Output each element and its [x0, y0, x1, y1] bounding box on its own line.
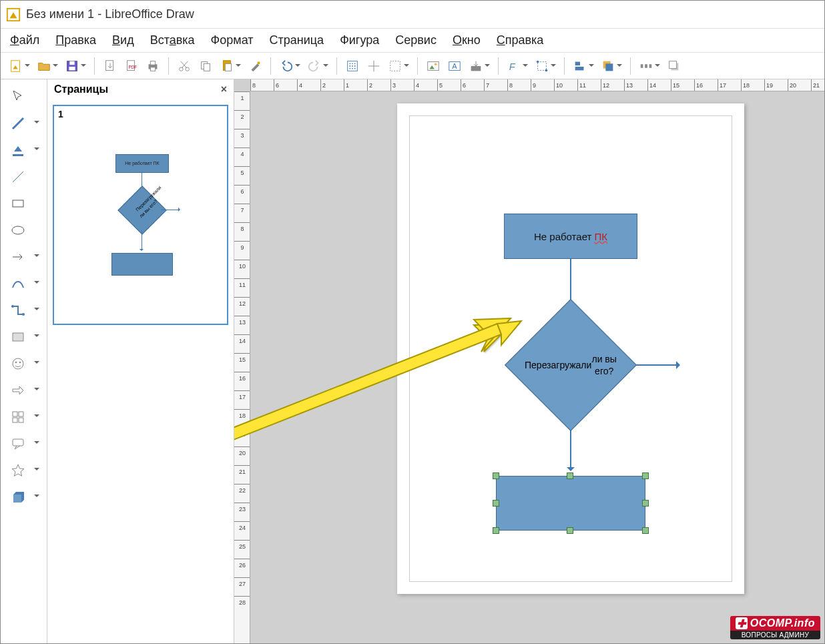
- 3d-tool[interactable]: [5, 484, 43, 511]
- svg-point-29: [354, 67, 356, 69]
- work-area: 8642123456789101112131415161718192021222…: [234, 79, 824, 643]
- menu-tools[interactable]: Сервис: [395, 33, 437, 47]
- canvas[interactable]: Не работает ПК Перезагружалили вы его?: [250, 91, 824, 643]
- select-tool[interactable]: [5, 83, 43, 110]
- svg-point-39: [545, 69, 548, 71]
- align-button[interactable]: [570, 56, 590, 76]
- insert-image-button[interactable]: [423, 56, 443, 76]
- svg-rect-54: [13, 333, 23, 341]
- svg-rect-63: [13, 495, 21, 503]
- pages-panel-close-icon[interactable]: ×: [221, 83, 227, 95]
- menu-insert[interactable]: Вставка: [150, 33, 195, 47]
- page-thumbnail-1[interactable]: 1 Не работает ПК Перезагружалили вы его?: [53, 105, 228, 325]
- snap-guides-button[interactable]: [364, 56, 384, 76]
- line-color-tool[interactable]: [5, 110, 43, 137]
- svg-point-25: [352, 65, 353, 67]
- symbol-shapes-tool[interactable]: [5, 350, 43, 377]
- svg-point-24: [349, 65, 350, 67]
- menu-edit[interactable]: Правка: [55, 33, 96, 47]
- save-button[interactable]: [62, 56, 82, 76]
- svg-point-21: [349, 63, 350, 64]
- app-icon: [6, 7, 21, 22]
- svg-point-27: [349, 67, 350, 69]
- menu-help[interactable]: Справка: [497, 33, 544, 47]
- svg-rect-5: [69, 61, 74, 65]
- arrange-button[interactable]: [598, 56, 618, 76]
- distribute-button[interactable]: [636, 56, 656, 76]
- flowchart-decision-text: Перезагружалили вы его?: [525, 319, 617, 411]
- line-tool[interactable]: [5, 164, 43, 190]
- basic-shapes-tool[interactable]: [5, 324, 43, 350]
- open-button[interactable]: [34, 56, 54, 76]
- svg-point-13: [180, 67, 184, 71]
- main-toolbar: PDF A F: [1, 53, 824, 79]
- svg-point-26: [354, 65, 356, 67]
- menu-shape[interactable]: Фигура: [340, 33, 379, 47]
- undo-button[interactable]: [276, 56, 296, 76]
- svg-rect-37: [538, 61, 547, 70]
- svg-rect-18: [225, 63, 231, 71]
- copy-button[interactable]: [196, 56, 216, 76]
- vertical-ruler[interactable]: 1234567891011121314151617181920212223242…: [234, 91, 250, 643]
- svg-rect-61: [19, 418, 23, 422]
- rectangle-tool[interactable]: [5, 190, 43, 217]
- svg-rect-12: [150, 67, 155, 71]
- menu-page[interactable]: Страница: [270, 33, 324, 47]
- svg-point-32: [435, 63, 437, 65]
- transform-button[interactable]: [532, 56, 552, 76]
- svg-rect-59: [19, 412, 23, 416]
- menubar: Файл Правка Вид Вставка Формат Страница …: [1, 29, 824, 53]
- export-pdf-button[interactable]: PDF: [121, 56, 142, 76]
- flowchart-process-box-selected[interactable]: [496, 476, 645, 531]
- titlebar: Без имени 1 - LibreOffice Draw: [1, 1, 824, 29]
- block-arrows-tool[interactable]: [5, 377, 43, 404]
- pages-panel-title: Страницы: [54, 83, 108, 95]
- fill-color-tool[interactable]: [5, 137, 43, 164]
- shadow-button[interactable]: [664, 56, 684, 76]
- svg-rect-35: [471, 66, 481, 71]
- svg-text:A: A: [452, 61, 457, 69]
- menu-file[interactable]: Файл: [10, 33, 39, 47]
- fontwork-button[interactable]: F: [504, 56, 524, 76]
- svg-rect-58: [13, 412, 17, 416]
- svg-point-14: [186, 67, 190, 71]
- ellipse-tool[interactable]: [5, 217, 43, 244]
- svg-rect-60: [13, 418, 17, 422]
- svg-rect-48: [669, 61, 677, 68]
- guides-button[interactable]: [385, 56, 405, 76]
- drawing-page[interactable]: Не работает ПК Перезагружалили вы его?: [397, 103, 744, 594]
- format-paintbrush-button[interactable]: [245, 56, 265, 76]
- callout-tool[interactable]: [5, 430, 43, 457]
- menu-window[interactable]: Окно: [453, 33, 481, 47]
- svg-point-55: [13, 358, 23, 369]
- insert-textbox-button[interactable]: A: [445, 56, 465, 76]
- svg-rect-7: [106, 60, 113, 70]
- svg-rect-43: [605, 63, 613, 71]
- svg-point-53: [22, 313, 25, 316]
- svg-point-23: [354, 63, 356, 64]
- curve-tool[interactable]: [5, 270, 43, 297]
- svg-text:F: F: [509, 61, 516, 71]
- svg-text:PDF: PDF: [128, 64, 137, 69]
- print-button[interactable]: [143, 56, 163, 76]
- insert-special-button[interactable]: [466, 56, 486, 76]
- grid-button[interactable]: [342, 56, 362, 76]
- svg-rect-45: [645, 64, 647, 68]
- paste-button[interactable]: [217, 56, 237, 76]
- svg-point-22: [352, 63, 353, 64]
- new-doc-button[interactable]: [6, 56, 26, 76]
- svg-rect-46: [649, 64, 652, 68]
- arrows-tool[interactable]: [5, 244, 43, 270]
- menu-view[interactable]: Вид: [112, 33, 134, 47]
- svg-rect-19: [258, 61, 260, 64]
- horizontal-ruler[interactable]: 8642123456789101112131415161718192021222…: [250, 79, 824, 91]
- export-button[interactable]: [100, 56, 120, 76]
- cut-button[interactable]: [174, 56, 194, 76]
- flowchart-start-box[interactable]: Не работает ПК: [504, 214, 637, 259]
- stars-tool[interactable]: [5, 457, 43, 484]
- svg-rect-44: [641, 64, 643, 68]
- flowchart-tool[interactable]: [5, 404, 43, 430]
- connector-tool[interactable]: [5, 297, 43, 324]
- menu-format[interactable]: Формат: [211, 33, 254, 47]
- redo-button[interactable]: [304, 56, 324, 76]
